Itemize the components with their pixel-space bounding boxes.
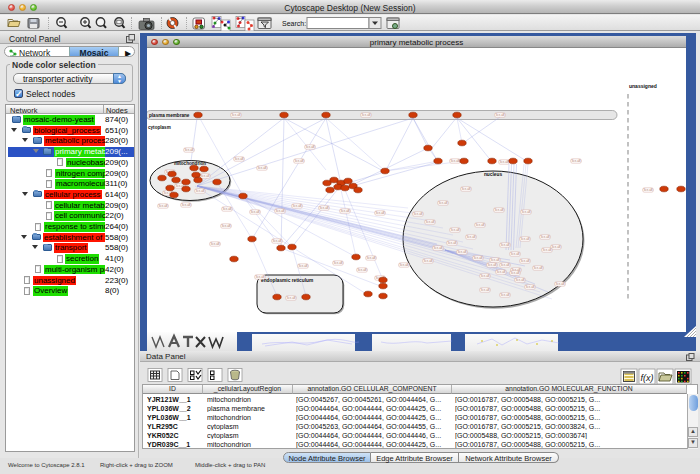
svg-text:Sce-aB: Sce-aB xyxy=(272,239,281,243)
svg-text:Sce-aB: Sce-aB xyxy=(447,241,456,245)
svg-text:unassigned: unassigned xyxy=(629,83,657,89)
svg-text:Sce-aB: Sce-aB xyxy=(487,263,496,267)
svg-text:Sce-aB: Sce-aB xyxy=(257,166,266,170)
svg-text:Sce-aB: Sce-aB xyxy=(495,113,504,117)
svg-text:Sce-aB: Sce-aB xyxy=(231,113,240,117)
svg-text:Sce-aB: Sce-aB xyxy=(475,223,484,227)
svg-text:Sce-aB: Sce-aB xyxy=(540,235,549,239)
svg-text:Sce-aB: Sce-aB xyxy=(195,189,204,193)
svg-text:Sce-aB: Sce-aB xyxy=(450,228,459,232)
svg-text:plasma membrane: plasma membrane xyxy=(149,113,190,118)
svg-text:Sce-aB: Sce-aB xyxy=(473,256,482,260)
svg-text:Sce-aB: Sce-aB xyxy=(423,259,432,263)
svg-text:Sce-aB: Sce-aB xyxy=(438,201,447,205)
svg-text:cytoplasm: cytoplasm xyxy=(148,125,171,130)
svg-text:Sce-aB: Sce-aB xyxy=(520,259,529,263)
svg-text:Sce-aB: Sce-aB xyxy=(413,212,422,216)
svg-text:Sce-aB: Sce-aB xyxy=(555,282,564,286)
svg-text:Sce-aB: Sce-aB xyxy=(286,296,295,300)
svg-text:Sce-aB: Sce-aB xyxy=(319,206,328,210)
svg-text:Sce-aB: Sce-aB xyxy=(490,258,499,262)
svg-text:Sce-aB: Sce-aB xyxy=(292,204,301,208)
svg-text:Sce-aB: Sce-aB xyxy=(158,204,167,208)
svg-text:Sce-aB: Sce-aB xyxy=(333,261,342,265)
svg-text:Sce-aB: Sce-aB xyxy=(200,174,209,178)
svg-text:Sce-aB: Sce-aB xyxy=(520,237,529,241)
svg-text:Sce-aB: Sce-aB xyxy=(361,113,370,117)
svg-text:nucleus: nucleus xyxy=(484,172,502,177)
svg-text:endoplasmic reticulum: endoplasmic reticulum xyxy=(261,278,313,283)
svg-text:Sce-aB: Sce-aB xyxy=(222,207,231,211)
svg-text:f(x): f(x) xyxy=(641,373,654,383)
svg-text:Sce-aB: Sce-aB xyxy=(250,210,259,214)
svg-text:Sce-aB: Sce-aB xyxy=(461,187,470,191)
svg-text:Sce-aB: Sce-aB xyxy=(500,263,509,267)
svg-text:Sce-aB: Sce-aB xyxy=(542,248,551,252)
svg-text:Sce-aB: Sce-aB xyxy=(525,285,534,289)
svg-text:Sce-aB: Sce-aB xyxy=(521,210,530,214)
svg-text:Sce-aB: Sce-aB xyxy=(181,203,190,207)
svg-text:Sce-aB: Sce-aB xyxy=(510,271,519,275)
svg-text:Search:: Search: xyxy=(282,20,306,27)
svg-text:Sce-aB: Sce-aB xyxy=(210,242,219,246)
svg-text:Sce-aB: Sce-aB xyxy=(340,209,349,213)
svg-text:Sce-aB: Sce-aB xyxy=(433,246,442,250)
svg-text:Sce-aB: Sce-aB xyxy=(357,268,366,272)
svg-text:Sce-aB: Sce-aB xyxy=(298,264,307,268)
svg-text:Sce-aB: Sce-aB xyxy=(450,159,459,163)
svg-text:Sce-aB: Sce-aB xyxy=(499,160,508,164)
svg-text:Sce-aB: Sce-aB xyxy=(221,224,230,228)
svg-text:Sce-aB: Sce-aB xyxy=(457,250,466,254)
svg-text:Sce-aB: Sce-aB xyxy=(375,211,384,215)
svg-text:Sce-aB: Sce-aB xyxy=(643,188,652,192)
svg-text:Sce-aB: Sce-aB xyxy=(500,243,509,247)
svg-text:Sce-aB: Sce-aB xyxy=(533,266,542,270)
svg-text:Sce-aB: Sce-aB xyxy=(480,288,489,292)
svg-text:Sce-aB: Sce-aB xyxy=(425,220,434,224)
svg-text:Sce-aB: Sce-aB xyxy=(510,252,519,256)
svg-text:Sce-aB: Sce-aB xyxy=(480,274,489,278)
svg-text:Sce-aB: Sce-aB xyxy=(399,263,408,267)
svg-text:Sce-aB: Sce-aB xyxy=(275,209,284,213)
svg-text:Sce-aB: Sce-aB xyxy=(496,270,505,274)
svg-text:Sce-aB: Sce-aB xyxy=(184,148,193,152)
svg-text:Sce-aB: Sce-aB xyxy=(500,293,509,297)
svg-text:Sce-aB: Sce-aB xyxy=(234,157,243,161)
svg-text:Sce-aB: Sce-aB xyxy=(571,159,580,163)
svg-text:Sce-aB: Sce-aB xyxy=(515,278,524,282)
svg-text:Sce-aB: Sce-aB xyxy=(551,245,560,249)
svg-text:Sce-aB: Sce-aB xyxy=(494,208,503,212)
svg-text:Sce-aB: Sce-aB xyxy=(255,275,264,279)
svg-text:Sce-aB: Sce-aB xyxy=(305,145,314,149)
svg-text:Sce-aB: Sce-aB xyxy=(366,256,375,260)
svg-text:Sce-aB: Sce-aB xyxy=(294,159,303,163)
svg-text:Sce-aB: Sce-aB xyxy=(466,235,475,239)
